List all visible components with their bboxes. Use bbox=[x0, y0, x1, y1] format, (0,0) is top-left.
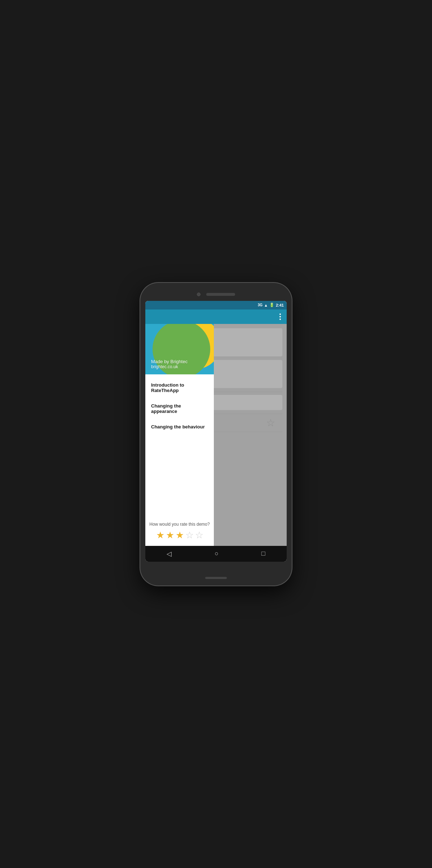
star-2[interactable]: ★ bbox=[166, 530, 174, 541]
drawer-item-appearance[interactable]: Changing the appearance bbox=[145, 398, 214, 419]
more-dot-2 bbox=[279, 316, 281, 317]
signal-bars-icon: ▲ bbox=[264, 303, 268, 307]
drawer-header: Made by Brightec brightec.co.uk bbox=[145, 324, 214, 374]
drawer-menu: Introduction to RateTheApp Changing the … bbox=[145, 374, 214, 517]
screen-content: 3G ▲ 🔋 2:41 Brightec fo bbox=[145, 301, 287, 562]
drawer-scrim[interactable] bbox=[214, 324, 287, 546]
star-5[interactable]: ☆ bbox=[195, 530, 203, 541]
time-display: 2:41 bbox=[276, 303, 284, 307]
phone-speaker bbox=[206, 293, 235, 296]
status-bar: 3G ▲ 🔋 2:41 bbox=[145, 301, 287, 310]
drawer-rating-section: How would you rate this demo? ★ ★ ★ ☆ ☆ bbox=[145, 517, 214, 546]
bottom-speaker-grill bbox=[205, 577, 227, 579]
navigation-drawer: Made by Brightec brightec.co.uk Introduc… bbox=[145, 324, 214, 546]
drawer-website-text: brightec.co.uk bbox=[151, 364, 188, 369]
rating-question-text: How would you rate this demo? bbox=[148, 522, 211, 527]
phone-screen: 3G ▲ 🔋 2:41 Brightec fo bbox=[145, 301, 287, 562]
signal-indicator: 3G bbox=[258, 303, 263, 307]
phone-bottom-hardware bbox=[145, 564, 287, 575]
status-bar-right: 3G ▲ 🔋 2:41 bbox=[258, 303, 284, 307]
back-button[interactable]: ◁ bbox=[167, 550, 172, 558]
stars-container: ★ ★ ★ ☆ ☆ bbox=[148, 530, 211, 541]
app-bar bbox=[145, 310, 287, 324]
main-area: Brightec ford a title andthe rating mpt … bbox=[145, 324, 287, 546]
android-nav-bar: ◁ ○ □ bbox=[145, 546, 287, 562]
star-1[interactable]: ★ bbox=[156, 530, 164, 541]
battery-icon: 🔋 bbox=[269, 303, 274, 307]
phone-camera bbox=[197, 293, 200, 296]
phone-top-hardware bbox=[145, 289, 287, 299]
recent-apps-button[interactable]: □ bbox=[261, 550, 265, 557]
more-dot-1 bbox=[279, 313, 281, 315]
drawer-item-intro[interactable]: Introduction to RateTheApp bbox=[145, 377, 214, 398]
drawer-item-behaviour[interactable]: Changing the behaviour bbox=[145, 419, 214, 435]
more-dot-3 bbox=[279, 319, 281, 320]
home-button[interactable]: ○ bbox=[215, 550, 219, 557]
drawer-made-by-text: Made by Brightec bbox=[151, 359, 188, 364]
phone-bottom-speaker bbox=[145, 577, 287, 579]
phone-device: 3G ▲ 🔋 2:41 Brightec fo bbox=[140, 283, 292, 586]
star-4[interactable]: ☆ bbox=[185, 530, 194, 541]
drawer-header-text-block: Made by Brightec brightec.co.uk bbox=[151, 359, 188, 369]
overflow-menu-button[interactable] bbox=[278, 312, 282, 321]
star-3[interactable]: ★ bbox=[176, 530, 184, 541]
